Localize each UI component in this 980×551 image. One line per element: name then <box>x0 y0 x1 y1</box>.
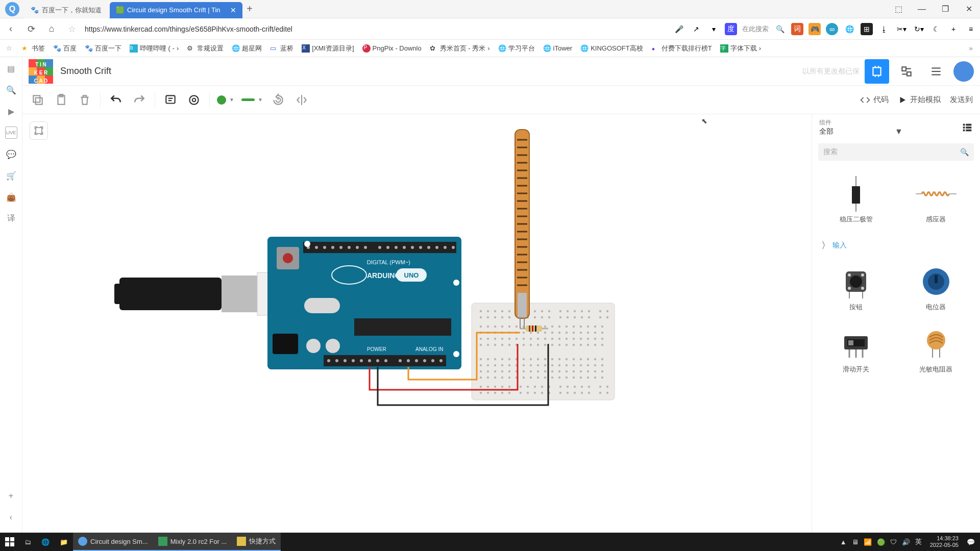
bookmark-star-icon[interactable]: ☆ <box>3 42 15 55</box>
circuit-canvas[interactable]: ⬉ DIGITAL (PWM~) ARDUINO UNO POWER ANALO… <box>22 114 812 533</box>
rotate-icon[interactable] <box>270 92 286 108</box>
night-mode-icon[interactable]: ☾ <box>930 23 942 35</box>
component-item[interactable]: 按钮 <box>816 257 896 319</box>
undo-button[interactable] <box>108 92 124 108</box>
send-to-button[interactable]: 发送到 <box>950 95 973 105</box>
bookmark-item[interactable]: b哔哩哔哩 ( -› <box>128 43 181 54</box>
tray-icon[interactable]: 🖥 <box>852 538 859 546</box>
bookmark-star-icon[interactable]: ☆ <box>64 21 80 37</box>
share-icon[interactable]: ↗ <box>690 23 702 35</box>
new-tab-button[interactable]: + <box>242 3 257 15</box>
bookmark-item[interactable]: 🐾百度一下 <box>83 43 124 54</box>
bookmark-item[interactable]: 🐾百度 <box>51 43 79 54</box>
component-item[interactable]: 稳压二极管 <box>816 169 896 231</box>
bookmark-item[interactable]: 🌐超星网 <box>230 43 264 54</box>
add-icon[interactable]: + <box>5 490 17 502</box>
bookmark-item[interactable]: 字字体下载› <box>718 43 763 54</box>
menu-icon[interactable]: ≡ <box>965 23 977 35</box>
bookmark-item[interactable]: PPngPix - Downlo <box>360 43 424 54</box>
window-minimize-button[interactable]: — <box>911 1 933 17</box>
live-icon[interactable]: LIVE <box>5 127 17 139</box>
start-button[interactable] <box>0 533 19 551</box>
bookmark-item[interactable]: X[XMI资源目录] <box>300 43 356 54</box>
taskbar-app[interactable]: 快捷方式 <box>232 533 281 551</box>
volume-icon[interactable]: 🔊 <box>902 538 910 546</box>
chat-icon[interactable]: 💬 <box>5 148 17 160</box>
start-simulation-button[interactable]: 开始模拟 <box>898 95 941 105</box>
ime-indicator[interactable]: 英 <box>915 537 922 546</box>
search-engine-icon[interactable]: 度 <box>725 23 737 35</box>
circuit-view-button[interactable] <box>865 59 889 84</box>
taskbar-app[interactable]: 📁 <box>55 533 73 551</box>
list-view-toggle[interactable] <box>962 122 973 133</box>
download-shelf-icon[interactable]: ⬚ <box>887 1 910 17</box>
home-button[interactable]: ⌂ <box>44 21 59 37</box>
wire-color-picker[interactable]: ▼ <box>217 95 234 105</box>
mic-icon[interactable]: 🎤 <box>673 23 685 35</box>
bookmark-item[interactable]: 🌐iTower <box>541 43 575 54</box>
component-item[interactable]: 滑动开关 <box>816 319 896 381</box>
ext-icon[interactable]: ∞ <box>826 23 838 35</box>
bookmark-item[interactable]: 🌐KINGOSOFT高校 <box>578 43 645 54</box>
components-filter[interactable]: 全部 <box>819 127 834 136</box>
taskbar-app[interactable]: Circuit design Sm... <box>73 533 153 551</box>
component-item[interactable]: 感应器 <box>896 169 976 231</box>
bookmark-item[interactable]: ★书签 <box>19 43 47 54</box>
project-title[interactable]: Smooth Crift <box>60 66 111 77</box>
taskbar-clock[interactable]: 14:38:23 2022-05-05 <box>927 535 962 548</box>
window-close-button[interactable]: ✕ <box>958 1 980 17</box>
paste-icon[interactable] <box>53 92 69 108</box>
bookmarks-overflow-icon[interactable]: » <box>965 42 977 55</box>
delete-icon[interactable] <box>77 92 93 108</box>
cart-icon[interactable]: 🛒 <box>5 169 17 182</box>
mirror-icon[interactable] <box>293 92 310 108</box>
chevron-down-icon[interactable]: ▾ <box>707 23 720 35</box>
plus-icon[interactable]: + <box>947 23 960 35</box>
url-field[interactable]: https://www.tinkercad.com/things/eS658Pi… <box>85 25 668 33</box>
component-item[interactable]: 电位器 <box>896 257 976 319</box>
user-avatar[interactable] <box>953 61 974 82</box>
translate-icon[interactable]: 译 <box>5 212 17 224</box>
chevron-down-icon[interactable]: ▼ <box>895 127 903 136</box>
wire-style-picker[interactable]: ▼ <box>241 97 263 103</box>
downloads-icon[interactable]: ⭳ <box>878 23 890 35</box>
schematic-view-button[interactable] <box>894 59 919 84</box>
translate-icon[interactable]: 🌐 <box>843 23 855 35</box>
taskbar-app[interactable]: 🌐 <box>36 533 55 551</box>
scissors-icon[interactable]: ✂▾ <box>895 23 908 35</box>
search-icon[interactable]: 🔍 <box>5 84 17 96</box>
browser-tab[interactable]: 🐾 百度一下，你就知道 <box>24 2 108 18</box>
notes-icon[interactable] <box>162 92 179 108</box>
taskbar-app[interactable]: 🗂 <box>19 533 36 551</box>
redo-button[interactable] <box>131 92 148 108</box>
copy-icon[interactable] <box>30 92 46 108</box>
collapse-icon[interactable]: ‹ <box>5 511 17 523</box>
window-restore-button[interactable]: ❐ <box>934 1 957 17</box>
bom-view-button[interactable] <box>924 59 948 84</box>
ext-icon[interactable]: 🎮 <box>808 23 821 35</box>
bookmark-item[interactable]: 🌐学习平台 <box>496 43 537 54</box>
component-item[interactable]: 光敏电阻器 <box>896 319 976 381</box>
refresh-icon[interactable]: ↻▾ <box>913 23 925 35</box>
tray-icon[interactable]: 🟢 <box>877 538 885 546</box>
bookmark-item[interactable]: ✿秀米首页 - 秀米› <box>428 43 492 54</box>
reload-button[interactable]: ⟳ <box>23 21 39 37</box>
ext-icon[interactable]: ⊞ <box>861 23 873 35</box>
video-icon[interactable]: ▶ <box>5 105 17 117</box>
toggle-visibility-icon[interactable] <box>186 92 202 108</box>
ext-icon[interactable]: 词 <box>791 23 803 35</box>
zoom-fit-button[interactable] <box>30 121 48 140</box>
wifi-icon[interactable]: 📶 <box>864 538 872 546</box>
taskbar-app[interactable]: Mixly 2.0 rc2 For ... <box>153 533 232 551</box>
notifications-icon[interactable]: 💬 <box>967 538 975 546</box>
bookmark-item[interactable]: ⚙常规设置 <box>185 43 226 54</box>
bag-icon[interactable]: 👜 <box>5 191 17 203</box>
book-icon[interactable]: ▤ <box>5 62 17 74</box>
code-button[interactable]: 代码 <box>860 95 889 105</box>
bookmark-item[interactable]: ⬥付费下载排行榜T <box>649 43 714 54</box>
close-tab-icon[interactable]: ✕ <box>230 6 236 14</box>
search-icon[interactable]: 🔍 <box>774 23 786 35</box>
browser-tab[interactable]: 🟩 Circuit design Smooth Crift | Tin ✕ <box>110 2 242 18</box>
back-button[interactable]: ‹ <box>3 21 18 37</box>
tray-icon[interactable]: ▲ <box>840 538 847 546</box>
